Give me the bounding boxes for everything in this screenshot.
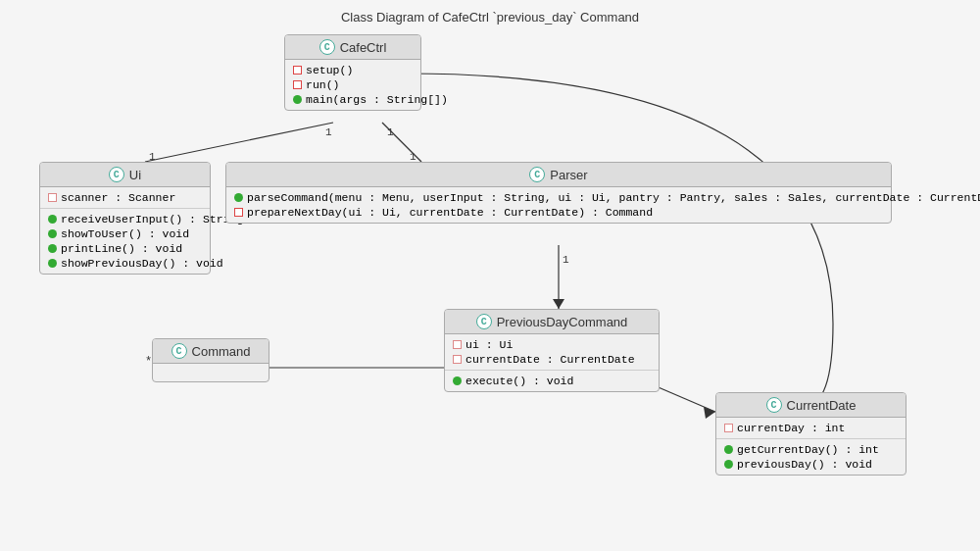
class-CurrentDate: C CurrentDate currentDay : int getCurren…: [715, 392, 906, 476]
field-currentDate: currentDate : CurrentDate: [453, 352, 651, 367]
class-name-CafeCtrl: CafeCtrl: [340, 40, 387, 55]
class-header-Command: C Command: [153, 339, 269, 364]
visibility-icon: [48, 215, 57, 224]
method-execute: execute() : void: [453, 374, 651, 388]
visibility-icon: [234, 193, 243, 202]
visibility-icon: [48, 244, 57, 253]
method-previousDay: previousDay() : void: [724, 457, 898, 472]
svg-marker-17: [704, 407, 715, 419]
visibility-icon: [724, 424, 733, 432]
class-icon-Parser: C: [529, 167, 545, 182]
method-printLine: printLine() : void: [48, 241, 202, 256]
visibility-icon: [48, 259, 57, 268]
class-fields-CurrentDate: currentDay : int: [716, 418, 906, 439]
svg-text:1: 1: [563, 254, 569, 266]
method-main: main(args : String[]): [293, 92, 413, 107]
method-showPreviousDay: showPreviousDay() : void: [48, 256, 202, 271]
class-icon-Ui: C: [109, 167, 124, 182]
diagram-title: Class Diagram of CafeCtrl `previous_day`…: [0, 0, 980, 25]
class-name-PreviousDayCommand: PreviousDayCommand: [497, 315, 628, 329]
class-CafeCtrl: C CafeCtrl setup() run() main(args : Str…: [284, 34, 421, 111]
class-Command: C Command: [152, 338, 270, 382]
field-currentDay: currentDay : int: [724, 421, 898, 435]
class-name-Command: Command: [192, 344, 251, 359]
visibility-icon: [48, 193, 57, 202]
method-parseCommand: parseCommand(menu : Menu, userInput : St…: [234, 190, 883, 205]
class-Parser: C Parser parseCommand(menu : Menu, userI…: [225, 162, 892, 224]
class-methods-PreviousDayCommand: execute() : void: [445, 371, 659, 391]
method-setup: setup(): [293, 63, 413, 77]
diagram-container: Class Diagram of CafeCtrl `previous_day`…: [0, 0, 980, 551]
class-Ui: C Ui scanner : Scanner receiveUserInput(…: [39, 162, 211, 275]
svg-line-3: [382, 123, 421, 162]
class-icon-PreviousDayCommand: C: [476, 314, 492, 329]
svg-line-0: [145, 123, 333, 162]
class-name-CurrentDate: CurrentDate: [787, 398, 857, 413]
class-methods-CafeCtrl: setup() run() main(args : String[]): [285, 60, 420, 110]
visibility-icon: [293, 95, 302, 104]
class-methods-CurrentDate: getCurrentDay() : int previousDay() : vo…: [716, 439, 906, 475]
class-icon-Command: C: [172, 343, 187, 359]
class-fields-Ui: scanner : Scanner: [40, 187, 210, 209]
class-name-Ui: Ui: [129, 168, 141, 182]
svg-text:1: 1: [325, 126, 332, 138]
class-icon-CurrentDate: C: [766, 397, 782, 413]
method-prepareNextDay: prepareNextDay(ui : Ui, currentDate : Cu…: [234, 205, 883, 220]
class-header-Ui: C Ui: [40, 163, 210, 187]
class-header-PreviousDayCommand: C PreviousDayCommand: [445, 310, 659, 334]
method-run: run(): [293, 77, 413, 92]
svg-text:1: 1: [387, 126, 394, 138]
method-receiveUserInput: receiveUserInput() : String: [48, 212, 202, 226]
class-PreviousDayCommand: C PreviousDayCommand ui : Ui currentDate…: [444, 309, 660, 392]
visibility-icon: [48, 229, 57, 238]
class-name-Parser: Parser: [550, 168, 587, 182]
visibility-icon: [293, 66, 302, 75]
field-scanner: scanner : Scanner: [48, 190, 202, 205]
visibility-icon: [724, 460, 733, 469]
visibility-icon: [234, 208, 243, 217]
class-header-CurrentDate: C CurrentDate: [716, 393, 906, 418]
class-methods-Ui: receiveUserInput() : String showToUser()…: [40, 209, 210, 274]
visibility-icon: [453, 355, 462, 364]
svg-marker-11: [553, 299, 564, 309]
visibility-icon: [453, 340, 462, 349]
class-icon-CafeCtrl: C: [319, 39, 335, 55]
class-methods-Parser: parseCommand(menu : Menu, userInput : St…: [226, 187, 891, 223]
method-showToUser: showToUser() : void: [48, 226, 202, 241]
visibility-icon: [293, 80, 302, 89]
class-fields-PreviousDayCommand: ui : Ui currentDate : CurrentDate: [445, 334, 659, 371]
method-getCurrentDay: getCurrentDay() : int: [724, 442, 898, 457]
visibility-icon: [724, 445, 733, 454]
visibility-icon: [453, 376, 462, 385]
class-header-Parser: C Parser: [226, 163, 891, 187]
class-header-CafeCtrl: C CafeCtrl: [285, 35, 420, 60]
class-empty-Command: [153, 364, 269, 381]
field-ui: ui : Ui: [453, 337, 651, 352]
